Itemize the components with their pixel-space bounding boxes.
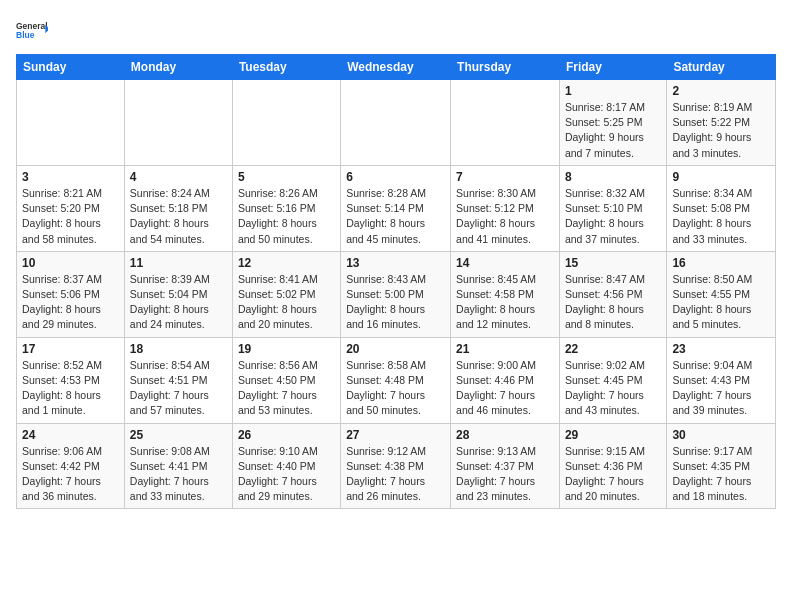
day-cell: [232, 80, 340, 166]
day-cell: 3Sunrise: 8:21 AM Sunset: 5:20 PM Daylig…: [17, 165, 125, 251]
day-cell: [124, 80, 232, 166]
day-cell: 21Sunrise: 9:00 AM Sunset: 4:46 PM Dayli…: [451, 337, 560, 423]
day-info: Sunrise: 8:56 AM Sunset: 4:50 PM Dayligh…: [238, 358, 335, 419]
col-header-tuesday: Tuesday: [232, 55, 340, 80]
day-number: 15: [565, 256, 661, 270]
day-cell: 14Sunrise: 8:45 AM Sunset: 4:58 PM Dayli…: [451, 251, 560, 337]
day-info: Sunrise: 9:13 AM Sunset: 4:37 PM Dayligh…: [456, 444, 554, 505]
day-number: 12: [238, 256, 335, 270]
day-cell: 15Sunrise: 8:47 AM Sunset: 4:56 PM Dayli…: [559, 251, 666, 337]
day-info: Sunrise: 8:30 AM Sunset: 5:12 PM Dayligh…: [456, 186, 554, 247]
day-number: 5: [238, 170, 335, 184]
page-container: General Blue SundayMondayTuesdayWednesda…: [0, 0, 792, 517]
week-row-1: 3Sunrise: 8:21 AM Sunset: 5:20 PM Daylig…: [17, 165, 776, 251]
day-number: 10: [22, 256, 119, 270]
day-number: 20: [346, 342, 445, 356]
day-cell: 16Sunrise: 8:50 AM Sunset: 4:55 PM Dayli…: [667, 251, 776, 337]
logo-svg: General Blue: [16, 12, 48, 48]
day-info: Sunrise: 8:21 AM Sunset: 5:20 PM Dayligh…: [22, 186, 119, 247]
day-cell: 4Sunrise: 8:24 AM Sunset: 5:18 PM Daylig…: [124, 165, 232, 251]
day-info: Sunrise: 8:50 AM Sunset: 4:55 PM Dayligh…: [672, 272, 770, 333]
day-info: Sunrise: 8:32 AM Sunset: 5:10 PM Dayligh…: [565, 186, 661, 247]
day-info: Sunrise: 9:12 AM Sunset: 4:38 PM Dayligh…: [346, 444, 445, 505]
day-cell: 22Sunrise: 9:02 AM Sunset: 4:45 PM Dayli…: [559, 337, 666, 423]
day-info: Sunrise: 8:58 AM Sunset: 4:48 PM Dayligh…: [346, 358, 445, 419]
day-number: 19: [238, 342, 335, 356]
day-number: 22: [565, 342, 661, 356]
day-number: 14: [456, 256, 554, 270]
day-number: 3: [22, 170, 119, 184]
day-cell: 9Sunrise: 8:34 AM Sunset: 5:08 PM Daylig…: [667, 165, 776, 251]
day-cell: 20Sunrise: 8:58 AM Sunset: 4:48 PM Dayli…: [341, 337, 451, 423]
col-header-thursday: Thursday: [451, 55, 560, 80]
day-info: Sunrise: 9:02 AM Sunset: 4:45 PM Dayligh…: [565, 358, 661, 419]
day-number: 11: [130, 256, 227, 270]
day-number: 7: [456, 170, 554, 184]
day-info: Sunrise: 8:26 AM Sunset: 5:16 PM Dayligh…: [238, 186, 335, 247]
week-row-2: 10Sunrise: 8:37 AM Sunset: 5:06 PM Dayli…: [17, 251, 776, 337]
svg-text:Blue: Blue: [16, 30, 35, 40]
day-info: Sunrise: 8:28 AM Sunset: 5:14 PM Dayligh…: [346, 186, 445, 247]
day-cell: 11Sunrise: 8:39 AM Sunset: 5:04 PM Dayli…: [124, 251, 232, 337]
day-number: 27: [346, 428, 445, 442]
day-number: 21: [456, 342, 554, 356]
day-info: Sunrise: 9:00 AM Sunset: 4:46 PM Dayligh…: [456, 358, 554, 419]
day-info: Sunrise: 8:43 AM Sunset: 5:00 PM Dayligh…: [346, 272, 445, 333]
day-cell: [451, 80, 560, 166]
day-cell: 27Sunrise: 9:12 AM Sunset: 4:38 PM Dayli…: [341, 423, 451, 509]
day-number: 2: [672, 84, 770, 98]
day-cell: 23Sunrise: 9:04 AM Sunset: 4:43 PM Dayli…: [667, 337, 776, 423]
day-number: 1: [565, 84, 661, 98]
day-number: 17: [22, 342, 119, 356]
day-number: 25: [130, 428, 227, 442]
day-cell: [341, 80, 451, 166]
day-info: Sunrise: 9:17 AM Sunset: 4:35 PM Dayligh…: [672, 444, 770, 505]
col-header-wednesday: Wednesday: [341, 55, 451, 80]
col-header-saturday: Saturday: [667, 55, 776, 80]
day-cell: 10Sunrise: 8:37 AM Sunset: 5:06 PM Dayli…: [17, 251, 125, 337]
day-cell: 8Sunrise: 8:32 AM Sunset: 5:10 PM Daylig…: [559, 165, 666, 251]
day-cell: 25Sunrise: 9:08 AM Sunset: 4:41 PM Dayli…: [124, 423, 232, 509]
day-cell: 17Sunrise: 8:52 AM Sunset: 4:53 PM Dayli…: [17, 337, 125, 423]
day-info: Sunrise: 8:45 AM Sunset: 4:58 PM Dayligh…: [456, 272, 554, 333]
day-cell: 28Sunrise: 9:13 AM Sunset: 4:37 PM Dayli…: [451, 423, 560, 509]
day-cell: 7Sunrise: 8:30 AM Sunset: 5:12 PM Daylig…: [451, 165, 560, 251]
day-info: Sunrise: 8:39 AM Sunset: 5:04 PM Dayligh…: [130, 272, 227, 333]
week-row-0: 1Sunrise: 8:17 AM Sunset: 5:25 PM Daylig…: [17, 80, 776, 166]
day-cell: 18Sunrise: 8:54 AM Sunset: 4:51 PM Dayli…: [124, 337, 232, 423]
day-number: 30: [672, 428, 770, 442]
week-row-3: 17Sunrise: 8:52 AM Sunset: 4:53 PM Dayli…: [17, 337, 776, 423]
day-info: Sunrise: 8:24 AM Sunset: 5:18 PM Dayligh…: [130, 186, 227, 247]
day-cell: 30Sunrise: 9:17 AM Sunset: 4:35 PM Dayli…: [667, 423, 776, 509]
day-info: Sunrise: 8:34 AM Sunset: 5:08 PM Dayligh…: [672, 186, 770, 247]
day-info: Sunrise: 8:19 AM Sunset: 5:22 PM Dayligh…: [672, 100, 770, 161]
day-cell: 2Sunrise: 8:19 AM Sunset: 5:22 PM Daylig…: [667, 80, 776, 166]
day-info: Sunrise: 9:06 AM Sunset: 4:42 PM Dayligh…: [22, 444, 119, 505]
header: General Blue: [16, 12, 776, 48]
day-number: 4: [130, 170, 227, 184]
day-cell: 12Sunrise: 8:41 AM Sunset: 5:02 PM Dayli…: [232, 251, 340, 337]
header-row: SundayMondayTuesdayWednesdayThursdayFrid…: [17, 55, 776, 80]
day-info: Sunrise: 8:17 AM Sunset: 5:25 PM Dayligh…: [565, 100, 661, 161]
day-number: 9: [672, 170, 770, 184]
day-info: Sunrise: 8:54 AM Sunset: 4:51 PM Dayligh…: [130, 358, 227, 419]
day-info: Sunrise: 8:52 AM Sunset: 4:53 PM Dayligh…: [22, 358, 119, 419]
day-cell: 26Sunrise: 9:10 AM Sunset: 4:40 PM Dayli…: [232, 423, 340, 509]
calendar-table: SundayMondayTuesdayWednesdayThursdayFrid…: [16, 54, 776, 509]
svg-text:General: General: [16, 21, 48, 31]
day-cell: 29Sunrise: 9:15 AM Sunset: 4:36 PM Dayli…: [559, 423, 666, 509]
day-number: 13: [346, 256, 445, 270]
logo: General Blue: [16, 12, 48, 48]
day-cell: 19Sunrise: 8:56 AM Sunset: 4:50 PM Dayli…: [232, 337, 340, 423]
day-number: 23: [672, 342, 770, 356]
day-info: Sunrise: 9:15 AM Sunset: 4:36 PM Dayligh…: [565, 444, 661, 505]
day-number: 16: [672, 256, 770, 270]
day-number: 18: [130, 342, 227, 356]
day-cell: 5Sunrise: 8:26 AM Sunset: 5:16 PM Daylig…: [232, 165, 340, 251]
day-info: Sunrise: 8:47 AM Sunset: 4:56 PM Dayligh…: [565, 272, 661, 333]
col-header-friday: Friday: [559, 55, 666, 80]
day-number: 6: [346, 170, 445, 184]
day-cell: 13Sunrise: 8:43 AM Sunset: 5:00 PM Dayli…: [341, 251, 451, 337]
day-number: 24: [22, 428, 119, 442]
day-number: 28: [456, 428, 554, 442]
